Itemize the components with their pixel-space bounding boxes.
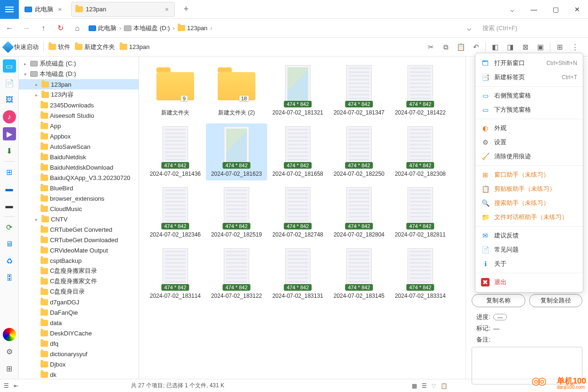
add-tab-button[interactable]: + bbox=[180, 4, 192, 15]
expand-icon[interactable]: ▸ bbox=[33, 92, 40, 98]
up-button[interactable]: ↑ bbox=[38, 23, 49, 34]
menu-item[interactable]: 🧹清除使用痕迹 bbox=[475, 149, 583, 163]
grid-icon[interactable]: ⊞ bbox=[3, 362, 16, 375]
collapse-icon[interactable]: ▾ bbox=[22, 72, 28, 77]
image-item[interactable]: 474 * 8422024-07-02_183122 bbox=[206, 245, 267, 303]
panel-x-icon[interactable]: ⊠ bbox=[520, 41, 531, 53]
history-icon[interactable]: ⟳ bbox=[3, 220, 16, 234]
tree-folder[interactable]: Appbox bbox=[19, 131, 139, 141]
tree-folder[interactable]: dictionarysyuf bbox=[19, 349, 139, 359]
document-icon[interactable]: 📄 bbox=[3, 76, 16, 90]
color-wheel-icon[interactable] bbox=[3, 328, 16, 341]
tree-folder[interactable]: 2345Downloads bbox=[19, 100, 139, 110]
maximize-button[interactable]: ▢ bbox=[545, 0, 566, 19]
panel-left-icon[interactable]: ◧ bbox=[490, 41, 501, 53]
copy-icon[interactable]: ⧉ bbox=[440, 41, 451, 53]
view-list-icon[interactable]: ☰ bbox=[422, 383, 427, 389]
tree-folder[interactable]: dk bbox=[19, 369, 139, 379]
tree-folder[interactable]: DeskDIYCache bbox=[19, 328, 139, 338]
image-item[interactable]: 474 * 8422024-07-02_182346 bbox=[145, 184, 206, 242]
folder-item[interactable]: 18新建文件夹 (2) bbox=[206, 62, 267, 120]
menu-item[interactable]: 🔍搜索助手（未练习） bbox=[475, 196, 583, 210]
tree-folder[interactable]: C盘瘦身搬家文件 bbox=[19, 276, 139, 286]
tree-folder[interactable]: browser_extensions bbox=[19, 193, 139, 204]
tab-this-pc[interactable]: 此电脑 × bbox=[21, 2, 67, 17]
folder-item[interactable]: 9新建文件夹 bbox=[145, 62, 206, 120]
clipboard-icon[interactable]: 📋 bbox=[441, 383, 448, 389]
panel-box-icon[interactable]: ▣ bbox=[535, 41, 546, 53]
crumb-this-pc[interactable]: 此电脑 bbox=[89, 24, 116, 33]
tree-folder[interactable]: Djbox bbox=[19, 359, 139, 369]
menu-item[interactable]: ⊞窗口助手（未练习） bbox=[475, 168, 583, 182]
tree-folder[interactable]: BlueBird bbox=[19, 183, 139, 193]
content-area[interactable]: 9新建文件夹18新建文件夹 (2)474 * 8422024-07-02_181… bbox=[139, 57, 466, 379]
tree-folder[interactable]: d7ganDGJ bbox=[19, 297, 139, 307]
music-icon[interactable]: ♪ bbox=[3, 110, 16, 123]
quick-item[interactable]: 软件 bbox=[49, 43, 70, 51]
tree-folder[interactable]: AutoSaveScan bbox=[19, 141, 139, 152]
image-icon[interactable]: 🖼 bbox=[3, 93, 16, 106]
crumb-disk-d[interactable]: 本地磁盘 (D:) bbox=[124, 24, 170, 33]
image-item[interactable]: 474 * 8422024-07-02_182308 bbox=[390, 123, 451, 181]
tree-folder[interactable]: ▸CNTV bbox=[19, 214, 139, 224]
breadcrumb-dropdown[interactable]: ⌵ bbox=[464, 23, 475, 34]
close-button[interactable]: ✕ bbox=[566, 0, 588, 19]
filter-icon[interactable]: ▽ bbox=[432, 383, 436, 389]
tree-folder[interactable]: CRVideoMate Output bbox=[19, 245, 139, 255]
crumb-123pan[interactable]: 123pan bbox=[178, 24, 207, 32]
tree-folder[interactable]: BaiduNetdisk bbox=[19, 152, 139, 162]
tree-toggle-icon[interactable]: ☰ bbox=[4, 383, 9, 389]
close-icon[interactable]: × bbox=[56, 6, 64, 13]
tree-sys-disk[interactable]: ▸ 系统磁盘 (C:) bbox=[19, 58, 139, 69]
apps-icon[interactable]: ⊞ bbox=[554, 41, 565, 53]
desktop-icon[interactable]: ▭ bbox=[3, 59, 16, 73]
control-icon[interactable]: 🎛 bbox=[3, 271, 16, 285]
quick-launch[interactable]: 快速启动 bbox=[4, 43, 39, 51]
image-item[interactable]: 474 * 8422024-07-02_182250 bbox=[328, 123, 390, 181]
disk-d-icon[interactable]: ▬ bbox=[3, 182, 16, 196]
undo-icon[interactable]: ↶ bbox=[470, 41, 482, 53]
image-item[interactable]: 474 * 8422024-07-02_181623 bbox=[206, 123, 267, 181]
tree-folder[interactable]: CRTubeGet Downloaded bbox=[19, 235, 139, 245]
video-icon[interactable]: ▶ bbox=[3, 127, 16, 140]
tree-folder[interactable]: ▸123内容 bbox=[19, 90, 139, 100]
image-item[interactable]: 474 * 8422024-07-02_183145 bbox=[328, 245, 390, 303]
menu-item[interactable]: 📋剪贴板助手（未练习） bbox=[475, 182, 583, 196]
tab-123pan[interactable]: 123pan × bbox=[71, 2, 175, 17]
refresh-button[interactable]: ↻ bbox=[55, 23, 66, 34]
minimize-button[interactable]: — bbox=[523, 0, 545, 19]
menu-item[interactable]: ✖退出 bbox=[475, 275, 583, 289]
menu-item[interactable]: ▭右侧预览窗格 bbox=[475, 89, 583, 103]
quick-item[interactable]: 123pan bbox=[120, 43, 149, 51]
tree-folder[interactable]: data bbox=[19, 318, 139, 328]
view-grid-icon[interactable]: ▦ bbox=[412, 383, 417, 389]
menu-item[interactable]: ◐外观 bbox=[475, 121, 583, 135]
indent-icon[interactable]: ⇤ bbox=[14, 383, 18, 389]
panel-right-icon[interactable]: ◨ bbox=[505, 41, 516, 53]
menu-item[interactable]: ▭下方预览窗格 bbox=[475, 103, 583, 117]
tree-folder[interactable]: CloudMusic bbox=[19, 204, 139, 214]
paste-icon[interactable]: 📋 bbox=[455, 41, 466, 53]
image-item[interactable]: 474 * 8422024-07-02_183314 bbox=[390, 245, 451, 303]
image-item[interactable]: 474 * 8422024-07-02_183131 bbox=[267, 245, 328, 303]
quick-item[interactable]: 新建文件夹 bbox=[75, 43, 115, 51]
tree-local-disk[interactable]: ▾ 本地磁盘 (D:) bbox=[19, 69, 139, 79]
menu-item[interactable]: ⚙设置 bbox=[475, 135, 583, 149]
disk-e-icon[interactable]: ▬ bbox=[3, 199, 16, 212]
cut-icon[interactable]: ✂ bbox=[425, 41, 436, 53]
download-icon[interactable]: ⬇ bbox=[3, 144, 16, 157]
forward-button[interactable]: → bbox=[21, 23, 32, 34]
tree-folder[interactable]: Aiseesoft Studio bbox=[19, 110, 139, 121]
chevron-down-icon[interactable]: ⌵ bbox=[501, 0, 523, 19]
image-item[interactable]: 474 * 8422024-07-02_183114 bbox=[145, 245, 206, 303]
image-item[interactable]: 474 * 8422024-07-02_181436 bbox=[145, 123, 206, 181]
image-item[interactable]: 474 * 8422024-07-02_182519 bbox=[206, 184, 267, 242]
image-item[interactable]: 474 * 8422024-07-02_182748 bbox=[267, 184, 328, 242]
hamburger-menu[interactable] bbox=[0, 0, 19, 19]
tree-folder[interactable]: dfq bbox=[19, 338, 139, 349]
expand-icon[interactable]: ▸ bbox=[33, 82, 40, 87]
menu-item[interactable]: ✉建议反馈 bbox=[475, 229, 583, 243]
tree-folder[interactable]: C盘瘦身目录 bbox=[19, 286, 139, 297]
tree-folder[interactable]: DaFanQie bbox=[19, 307, 139, 318]
menu-item[interactable]: 📁文件对话框助手（未练习） bbox=[475, 210, 583, 224]
